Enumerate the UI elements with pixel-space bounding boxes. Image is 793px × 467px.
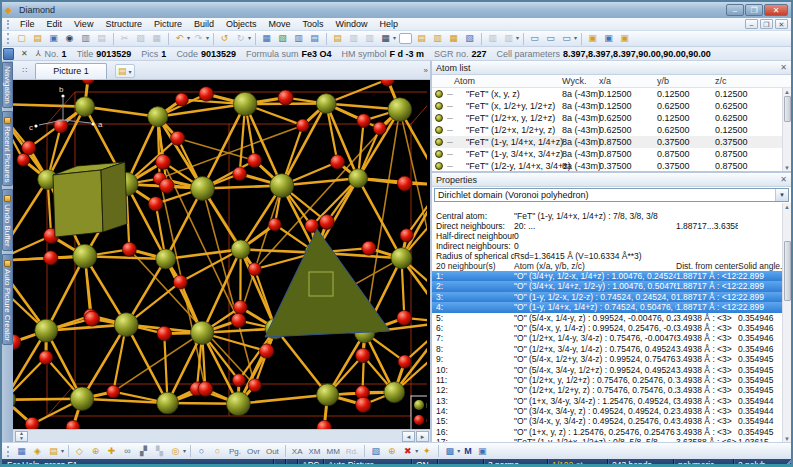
property-row[interactable]: Indirect neighbours:0 [432, 241, 791, 251]
close-panel-icon[interactable]: ✕ [780, 175, 787, 184]
atom-row[interactable]: ─"FeT" (1/2-y, 1/4+x, 3/4+z)8a (-43m)0.3… [432, 160, 791, 171]
menu-item-picture[interactable]: Picture [148, 18, 188, 30]
datasheet-icon[interactable] [3, 48, 14, 60]
stamp-2-icon[interactable]: ▥ [501, 32, 516, 45]
toolbar-grip[interactable] [7, 20, 11, 29]
menu-item-view[interactable]: View [68, 18, 99, 30]
photo-mode-icon[interactable]: ▣ [475, 445, 490, 458]
neighbour-row[interactable]: 14:"O" (3/4-x, 3/4-y, z) : 0.49524, 0.49… [432, 406, 791, 416]
more-tabs-chevron[interactable]: » [424, 63, 428, 79]
copy-structure-icon[interactable]: ▤ [330, 32, 345, 45]
menu-item-move[interactable]: Move [262, 18, 296, 30]
chevron-down-icon[interactable]: ▾ [183, 445, 186, 458]
menu-item-tools[interactable]: Tools [296, 18, 329, 30]
neighbour-row[interactable]: 7:"O" (1/2+x, 1/4-y, 3/4-z) : 0.75476, -… [432, 333, 791, 343]
scrollbar-thumb[interactable] [784, 96, 791, 122]
neighbour-row[interactable]: 6:"O" (5/4-x, y, 1/4-z) : 0.99524, 0.254… [432, 323, 791, 333]
coordination-sphere-icon[interactable]: ○ [194, 445, 209, 458]
print-icon[interactable]: ▥ [78, 32, 93, 45]
new-picture-button[interactable]: ▤ ▾ [115, 64, 135, 78]
update-icon[interactable]: ↺ [217, 32, 232, 45]
target-atom-icon[interactable]: ◎ [168, 445, 183, 458]
property-row[interactable]: Central atom:"FeT" (1-y, 1/4+x, 1/4+z) :… [432, 211, 791, 221]
chevron-down-icon[interactable]: ▾ [393, 32, 396, 45]
neighbour-row[interactable]: 2:"O" (3/4+x, 1/4+z, 1/2-y) : 1.00476, 0… [432, 281, 791, 291]
neighbour-row[interactable]: 15:"O" (3/4-x, y, 3/4-z) : 0.49524, 0.25… [432, 416, 791, 426]
menu-item-edit[interactable]: Edit [41, 18, 69, 30]
move-mode-icon[interactable]: ⊕ [384, 445, 399, 458]
menu-item-help[interactable]: Help [374, 18, 405, 30]
open-document-icon[interactable]: ▤ [30, 32, 45, 45]
coordination-polyhedron-icon[interactable]: ○ [210, 445, 225, 458]
label-pg-button[interactable]: Pg. [226, 445, 244, 458]
history-icon[interactable]: ↻ [233, 32, 248, 45]
new-document-icon[interactable]: ▢ [14, 32, 29, 45]
neighbour-row[interactable]: 13:"O" (1+x, 3/4-y, 3/4-z) : 1.25476, 0.… [432, 396, 791, 406]
sidebar-tab-auto-picture-creator[interactable]: Auto Picture Creator [2, 254, 13, 345]
redo-icon[interactable]: ↷ [191, 32, 206, 45]
add-bonds-icon[interactable]: ∞ [120, 445, 135, 458]
property-row[interactable]: Radius of spherical do...Rsd=1.36415 Å (… [432, 251, 791, 261]
label-rd-button[interactable]: Rd. [343, 445, 361, 458]
picture-settings-icon[interactable]: ▩ [442, 445, 457, 458]
label-xm-button[interactable]: XM [306, 445, 324, 458]
neighbour-row[interactable]: 10:"O" (5/4-x, 3/4-y, 1/2+z) : 0.99524, … [432, 365, 791, 375]
display-settings-icon[interactable]: ▦ [14, 445, 29, 458]
add-atom-icon[interactable]: ✚ [104, 445, 119, 458]
export-icon[interactable]: ▥ [362, 32, 377, 45]
layout-3-icon[interactable]: ▭ [559, 32, 574, 45]
new-window-icon[interactable]: ▤ [414, 32, 429, 45]
column-header-xa[interactable]: x/a [599, 76, 611, 86]
settings-icon[interactable]: ▧ [462, 32, 477, 45]
packing-icon[interactable]: ▚ [152, 445, 167, 458]
column-header-Wyck[interactable]: Wyck. [562, 76, 586, 86]
import-icon[interactable]: ▥ [346, 32, 361, 45]
measure-mode-button[interactable]: M [461, 445, 475, 458]
menu-item-objects[interactable]: Objects [220, 18, 263, 30]
cut-icon[interactable]: ✂ [117, 32, 132, 45]
print-preview-icon[interactable]: ▤ [94, 32, 109, 45]
maximize-button[interactable]: ❐ [745, 4, 763, 16]
label-ovr-button[interactable]: Ovr [244, 445, 263, 458]
atom-row[interactable]: ─"FeT" (1-y, 1/4+x, 1/4+z)8a (-43m)0.875… [432, 136, 791, 148]
tables-icon[interactable]: ▦ [378, 32, 393, 45]
close-button[interactable]: ✕ [764, 4, 788, 16]
pin-infobar-icon[interactable]: ⅄ [32, 49, 45, 58]
grid-view-icon[interactable]: ∷ [17, 64, 33, 78]
menu-item-window[interactable]: Window [329, 18, 373, 30]
sidebar-tab-undo-buffer[interactable]: Undo Buffer [2, 189, 13, 251]
neighbour-row[interactable]: 11:"O" (1/2+x, y, 1/2+z) : 0.75476, 0.25… [432, 375, 791, 385]
chevron-down-icon[interactable]: ▾ [248, 32, 251, 45]
neighbour-row[interactable]: 4:"O" (1-y, 1/4+x, 1/4+z) : 0.74524, 0.5… [432, 302, 791, 312]
property-row[interactable]: Direct neighbours:20: ...1.88717...3.635… [432, 221, 791, 231]
unit-cell-icon[interactable]: ▧ [368, 445, 383, 458]
label-mm-button[interactable]: MM [324, 445, 343, 458]
chevron-down-icon[interactable]: ▾ [415, 445, 418, 458]
atom-row[interactable]: ─"FeT" (1-y, 3/4+x, 3/4+z)8a (-43m)0.875… [432, 148, 791, 160]
label-xa-button[interactable]: XA [289, 445, 306, 458]
picture-gallery-icon[interactable]: ▦ [446, 32, 461, 45]
menu-item-file[interactable]: File [14, 18, 41, 30]
menu-item-build[interactable]: Build [188, 18, 220, 30]
picture-tab[interactable]: Picture 1 [35, 63, 107, 79]
toolbar-grip[interactable] [7, 33, 11, 44]
blank-swatch-icon[interactable] [399, 33, 412, 44]
arrange-windows-icon[interactable]: ▤ [307, 32, 322, 45]
sidebar-tab-navigation[interactable]: Navigation [2, 62, 13, 108]
neighbour-row[interactable]: 9:"O" (5/4-x, 1/2+y, 3/4-z) : 0.99524, 0… [432, 354, 791, 364]
delete-mode-icon[interactable]: ✖ [400, 445, 415, 458]
column-header-yb[interactable]: y/b [657, 76, 669, 86]
chevron-down-icon[interactable]: ▾ [61, 445, 64, 458]
sidebar-tab-recent-pictures[interactable]: Recent Pictures [2, 111, 13, 186]
gallery-1-icon[interactable]: ▣ [585, 32, 600, 45]
atom-design-icon[interactable]: ✦ [419, 445, 434, 458]
chevron-down-icon[interactable]: ▾ [187, 32, 190, 45]
picture-creator-icon[interactable]: ▤ [46, 445, 61, 458]
picture-window-icon[interactable]: ▥ [291, 32, 306, 45]
close-infobar-icon[interactable]: ✕ [17, 49, 32, 58]
chevron-down-icon[interactable]: ▾ [516, 32, 519, 45]
gallery-3-icon[interactable]: ▣ [617, 32, 632, 45]
column-header-Atom[interactable]: Atom [454, 76, 475, 86]
property-row[interactable]: Half-direct neighbours:0 [432, 231, 791, 241]
copy-icon[interactable]: ▧ [133, 32, 148, 45]
